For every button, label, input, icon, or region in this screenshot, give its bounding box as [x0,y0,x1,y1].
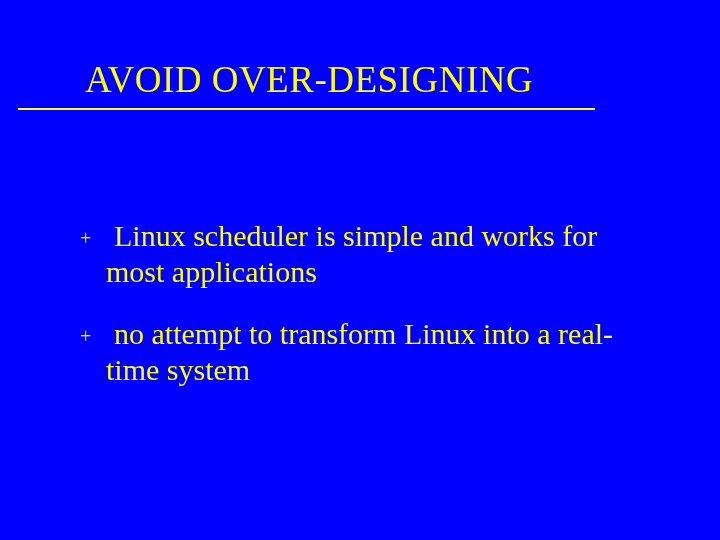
bullet-text: no attempt to transform Linux into a rea… [106,316,660,388]
list-item: + Linux scheduler is simple and works fo… [80,218,660,290]
slide-title: AVOID OVER-DESIGNING [85,58,533,101]
plus-icon: + [80,316,106,354]
slide: AVOID OVER-DESIGNING + Linux scheduler i… [0,0,720,540]
title-underline [18,108,595,110]
plus-icon: + [80,218,106,256]
slide-body: + Linux scheduler is simple and works fo… [80,218,660,414]
bullet-text: Linux scheduler is simple and works for … [106,218,660,290]
list-item: + no attempt to transform Linux into a r… [80,316,660,388]
